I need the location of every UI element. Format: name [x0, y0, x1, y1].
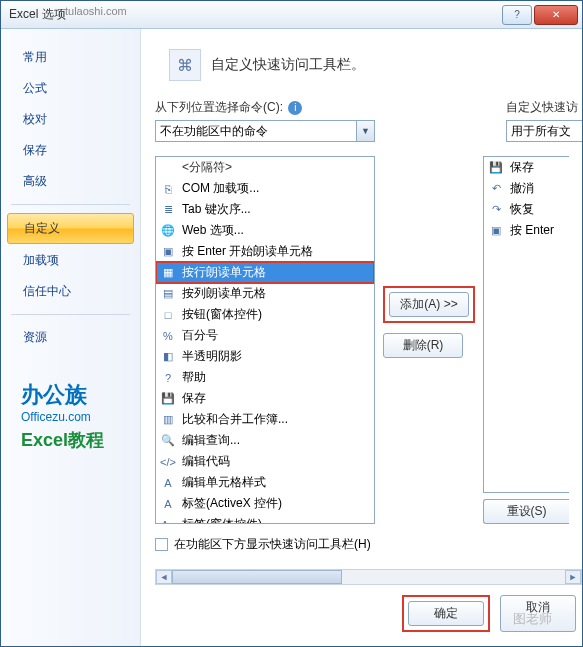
- command-item[interactable]: ?帮助: [156, 367, 374, 388]
- target-col: 自定义快速访 用于所有文: [506, 99, 582, 142]
- help-button[interactable]: ?: [502, 5, 532, 25]
- command-item[interactable]: Aa标签(窗体控件): [156, 514, 374, 523]
- command-icon: Aa: [160, 517, 176, 524]
- command-label: 帮助: [182, 369, 206, 386]
- header-row: ⌘ 自定义快速访问工具栏。: [169, 49, 582, 81]
- close-button[interactable]: ✕: [534, 5, 578, 25]
- dialog-body: 常用公式校对保存高级自定义加载项信任中心资源 办公族 Officezu.com …: [1, 29, 582, 646]
- source-dropdown[interactable]: 不在功能区中的命令 ▼: [155, 120, 375, 142]
- list-separator-header[interactable]: <分隔符>: [156, 157, 374, 178]
- nav-item-8[interactable]: 资源: [7, 323, 134, 352]
- commands-listbox[interactable]: <分隔符> ⎘COM 加载项...≣Tab 键次序...🌐Web 选项...▣按…: [155, 156, 375, 524]
- qat-listbox[interactable]: 💾保存↶撤消↷恢复▣按 Enter: [483, 156, 569, 493]
- qat-item-label: 恢复: [510, 201, 534, 218]
- spacer: [387, 99, 494, 142]
- command-item[interactable]: ▤按列朗读单元格: [156, 283, 374, 304]
- ok-button-highlight: 确定: [402, 595, 490, 632]
- remove-button[interactable]: 删除(R): [383, 333, 463, 358]
- command-icon: □: [160, 307, 176, 323]
- command-icon: ⎘: [160, 181, 176, 197]
- command-item[interactable]: 💾保存: [156, 388, 374, 409]
- qat-col: 💾保存↶撤消↷恢复▣按 Enter 重设(S): [483, 156, 569, 524]
- scroll-right-icon[interactable]: ►: [565, 570, 581, 584]
- target-dropdown[interactable]: 用于所有文: [506, 120, 582, 142]
- command-item[interactable]: %百分号: [156, 325, 374, 346]
- command-label: Web 选项...: [182, 222, 244, 239]
- nav-item-5[interactable]: 自定义: [7, 213, 134, 244]
- command-label: COM 加载项...: [182, 180, 259, 197]
- qat-item-icon: ↷: [488, 202, 504, 218]
- command-label: 标签(ActiveX 控件): [182, 495, 282, 512]
- command-icon: 💾: [160, 391, 176, 407]
- reset-button[interactable]: 重设(S): [483, 499, 569, 524]
- command-icon: %: [160, 328, 176, 344]
- command-label: 按钮(窗体控件): [182, 306, 262, 323]
- show-below-ribbon-row[interactable]: 在功能区下方显示快速访问工具栏(H): [155, 536, 582, 553]
- command-item[interactable]: 🌐Web 选项...: [156, 220, 374, 241]
- command-label: 半透明阴影: [182, 348, 242, 365]
- nav-item-1[interactable]: 公式: [7, 74, 134, 103]
- qat-item-icon: ↶: [488, 181, 504, 197]
- nav-item-4[interactable]: 高级: [7, 167, 134, 196]
- command-icon: </>: [160, 454, 176, 470]
- command-label: 百分号: [182, 327, 218, 344]
- command-icon: ≣: [160, 202, 176, 218]
- command-item[interactable]: A标签(ActiveX 控件): [156, 493, 374, 514]
- command-icon: ▤: [160, 286, 176, 302]
- qat-item-label: 撤消: [510, 180, 534, 197]
- content-pane: ⌘ 自定义快速访问工具栏。 从下列位置选择命令(C): i 不在功能区中的命令 …: [141, 29, 582, 646]
- command-item[interactable]: ◧半透明阴影: [156, 346, 374, 367]
- logo-line1: 办公族: [21, 381, 104, 410]
- horizontal-scrollbar[interactable]: ◄ ►: [155, 569, 582, 585]
- command-icon: ◧: [160, 349, 176, 365]
- command-label: 按行朗读单元格: [182, 264, 266, 281]
- command-item[interactable]: A编辑单元格样式: [156, 472, 374, 493]
- nav-item-2[interactable]: 校对: [7, 105, 134, 134]
- command-label: 按列朗读单元格: [182, 285, 266, 302]
- nav-item-0[interactable]: 常用: [7, 43, 134, 72]
- add-button[interactable]: 添加(A) >>: [389, 292, 469, 317]
- logo-line2: Officezu.com: [21, 410, 104, 426]
- category-nav: 常用公式校对保存高级自定义加载项信任中心资源: [1, 29, 141, 646]
- nav-separator: [11, 204, 130, 205]
- command-label: 比较和合并工作簿...: [182, 411, 288, 428]
- command-item[interactable]: </>编辑代码: [156, 451, 374, 472]
- command-label: 保存: [182, 390, 206, 407]
- source-label: 从下列位置选择命令(C): i: [155, 99, 375, 116]
- qat-item[interactable]: ↷恢复: [484, 199, 569, 220]
- qat-item-icon: 💾: [488, 160, 504, 176]
- cancel-button[interactable]: 取消: [500, 595, 576, 632]
- dropdown-row: 从下列位置选择命令(C): i 不在功能区中的命令 ▼ 自定义快速访 用于所有文: [155, 99, 582, 142]
- command-item[interactable]: ▣按 Enter 开始朗读单元格: [156, 241, 374, 262]
- command-item[interactable]: ≣Tab 键次序...: [156, 199, 374, 220]
- qat-item-label: 保存: [510, 159, 534, 176]
- command-item[interactable]: □按钮(窗体控件): [156, 304, 374, 325]
- command-item[interactable]: ⎘COM 加载项...: [156, 178, 374, 199]
- command-item[interactable]: ▥比较和合并工作簿...: [156, 409, 374, 430]
- command-item[interactable]: 🔍编辑查询...: [156, 430, 374, 451]
- command-label: 编辑查询...: [182, 432, 240, 449]
- scroll-thumb[interactable]: [172, 570, 342, 584]
- customize-icon: ⌘: [169, 49, 201, 81]
- command-icon: A: [160, 496, 176, 512]
- scroll-left-icon[interactable]: ◄: [156, 570, 172, 584]
- info-icon[interactable]: i: [288, 101, 302, 115]
- command-item[interactable]: ▦按行朗读单元格: [156, 262, 374, 283]
- qat-item[interactable]: 💾保存: [484, 157, 569, 178]
- show-below-ribbon-checkbox[interactable]: [155, 538, 168, 551]
- command-label: 编辑单元格样式: [182, 474, 266, 491]
- qat-item[interactable]: ↶撤消: [484, 178, 569, 199]
- qat-item-label: 按 Enter: [510, 222, 554, 239]
- target-dropdown-value: 用于所有文: [511, 123, 571, 140]
- qat-item[interactable]: ▣按 Enter: [484, 220, 569, 241]
- chevron-down-icon: ▼: [356, 121, 374, 141]
- source-col: 从下列位置选择命令(C): i 不在功能区中的命令 ▼: [155, 99, 375, 142]
- command-icon: ?: [160, 370, 176, 386]
- list-separator-label: <分隔符>: [182, 159, 232, 176]
- nav-item-3[interactable]: 保存: [7, 136, 134, 165]
- nav-item-7[interactable]: 信任中心: [7, 277, 134, 306]
- page-title: 自定义快速访问工具栏。: [211, 56, 365, 74]
- target-label: 自定义快速访: [506, 99, 582, 116]
- nav-item-6[interactable]: 加载项: [7, 246, 134, 275]
- ok-button[interactable]: 确定: [408, 601, 484, 626]
